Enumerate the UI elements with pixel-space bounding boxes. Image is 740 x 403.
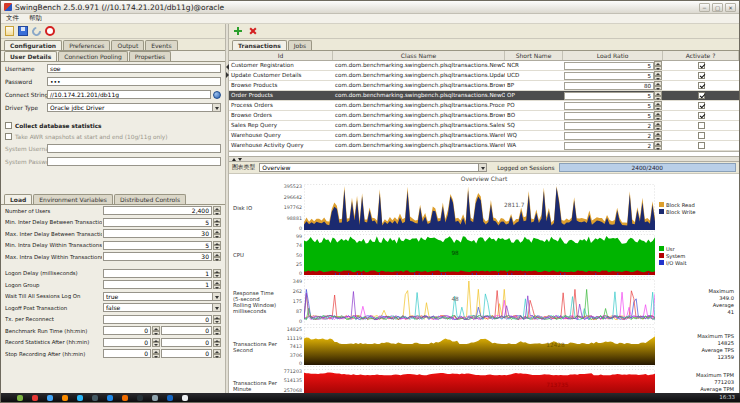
table-row[interactable]: Update Customer Detailscom.dom.benchmark… [229, 71, 739, 81]
table-row[interactable]: Warehouse Querycom.dom.benchmarking.swin… [229, 131, 739, 141]
load-ratio-input[interactable]: 5 [564, 62, 654, 70]
spinner-control[interactable] [654, 131, 662, 140]
column-header-load-ratio[interactable]: Load Ratio [563, 51, 663, 60]
table-row[interactable]: Warehouse Activity Querycom.dom.benchmar… [229, 141, 739, 151]
taskbar-app-icon[interactable] [77, 395, 83, 401]
spinner-control[interactable] [213, 338, 221, 347]
spinner-control[interactable] [213, 280, 221, 289]
activate-checkbox[interactable] [698, 92, 705, 99]
activate-checkbox[interactable] [698, 132, 705, 139]
save-config-icon[interactable] [18, 26, 28, 36]
min-intra-delay-within-transactions-ms-input[interactable]: 5 [103, 241, 212, 250]
menu-[interactable]: 文件 [6, 14, 19, 23]
spinner-down-icon[interactable] [654, 116, 662, 121]
spinner-control[interactable] [654, 101, 662, 110]
stop-benchmark-icon[interactable] [45, 26, 55, 36]
spinner-down-icon[interactable] [152, 354, 160, 359]
subtab-user-details[interactable]: User Details [4, 51, 57, 61]
taskbar-app-icon[interactable] [32, 395, 38, 401]
taskbar-app-icon[interactable] [17, 395, 23, 401]
spinner-down-icon[interactable] [213, 222, 221, 227]
load-ratio-input[interactable]: 5 [564, 72, 654, 80]
spinner-control[interactable] [213, 315, 221, 324]
activate-checkbox[interactable] [698, 62, 705, 69]
spinner-control[interactable] [213, 326, 221, 335]
table-row[interactable]: Browse Orderscom.dom.benchmarking.swingb… [229, 111, 739, 121]
taskbar-app-icon[interactable] [122, 395, 128, 401]
spinner-down-icon[interactable] [213, 354, 221, 359]
taskbar-app-icon[interactable] [137, 395, 143, 401]
splitter-collapse-down-icon[interactable] [238, 158, 242, 161]
spinner-down-icon[interactable] [213, 211, 221, 216]
loadtab-distributed-controls[interactable]: Distributed Controls [114, 194, 186, 204]
record-statistics-after-hh-min-hours-input[interactable]: 0 [103, 338, 151, 347]
activate-checkbox[interactable] [698, 142, 705, 149]
spinner-control[interactable] [213, 241, 221, 250]
spinner-down-icon[interactable] [654, 136, 662, 141]
spinner-down-icon[interactable] [654, 146, 662, 151]
spinner-control[interactable] [213, 206, 221, 215]
load-ratio-input[interactable]: 5 [564, 112, 654, 120]
spinner-down-icon[interactable] [654, 66, 662, 71]
system-username-input[interactable] [47, 144, 221, 153]
activate-checkbox[interactable] [698, 122, 705, 129]
spinner-control[interactable] [654, 91, 662, 100]
tab-jobs[interactable]: Jobs [288, 40, 312, 50]
password-input[interactable]: ••• [47, 77, 221, 86]
spinner-down-icon[interactable] [213, 319, 221, 324]
column-header-short-name[interactable]: Short Name [505, 51, 563, 60]
taskbar-app-icon[interactable] [47, 395, 53, 401]
chart-type-select[interactable]: Overview [259, 163, 487, 172]
tab-output[interactable]: Output [111, 40, 144, 50]
tab-configuration[interactable]: Configuration [4, 40, 62, 50]
spinner-control[interactable] [213, 229, 221, 238]
spinner-down-icon[interactable] [213, 234, 221, 239]
connect-string-input[interactable]: //10.174.21.201/db11g [47, 90, 211, 99]
spinner-down-icon[interactable] [654, 126, 662, 131]
username-input[interactable]: soe [47, 64, 221, 73]
load-ratio-input[interactable]: 5 [564, 92, 654, 100]
taskbar-app-icon[interactable] [167, 395, 173, 401]
logon-group-input[interactable]: 1 [103, 280, 212, 289]
spinner-control[interactable] [654, 61, 662, 70]
spinner-control[interactable] [654, 71, 662, 80]
spinner-control[interactable] [654, 141, 662, 150]
connection-globe-icon[interactable] [213, 91, 221, 99]
tab-events[interactable]: Events [145, 40, 177, 50]
spinner-down-icon[interactable] [152, 342, 160, 347]
spinner-control[interactable] [654, 81, 662, 90]
spinner-control[interactable] [654, 121, 662, 130]
system-password-input[interactable] [47, 157, 221, 166]
spinner-down-icon[interactable] [654, 76, 662, 81]
new-config-icon[interactable] [5, 26, 14, 36]
activate-checkbox[interactable] [698, 72, 705, 79]
activate-checkbox[interactable] [698, 102, 705, 109]
activate-checkbox[interactable] [698, 82, 705, 89]
spinner-control[interactable] [152, 349, 160, 358]
driver-type-select[interactable]: Oracle jdbc Driver [47, 103, 221, 112]
activate-checkbox[interactable] [698, 112, 705, 119]
taskbar-app-icon[interactable] [62, 395, 68, 401]
taskbar-app-icon[interactable] [152, 395, 158, 401]
column-header-class-name[interactable]: Class Name [333, 51, 505, 60]
taskbar-app-icon[interactable] [92, 395, 98, 401]
spinner-down-icon[interactable] [213, 245, 221, 250]
benchmark-run-time-hh-min-minutes-input[interactable]: 0 [161, 326, 212, 335]
awr-snapshot-checkbox[interactable] [5, 133, 12, 140]
taskbar-app-icon[interactable] [182, 395, 188, 401]
load-ratio-input[interactable]: 2 [564, 142, 654, 150]
subtab-properties[interactable]: Properties [129, 51, 171, 61]
remove-transaction-icon[interactable] [247, 26, 257, 36]
tab-transactions[interactable]: Transactions [232, 40, 287, 50]
benchmark-run-time-hh-min-hours-input[interactable]: 0 [103, 326, 151, 335]
load-ratio-input[interactable]: 5 [564, 102, 654, 110]
windows-taskbar[interactable]: 16:33 [1, 393, 740, 402]
max-intra-delay-within-transactions-ms-input[interactable]: 30 [103, 252, 212, 261]
load-ratio-input[interactable]: 80 [564, 82, 654, 90]
subtab-connection-pooling[interactable]: Connection Pooling [58, 51, 128, 61]
column-header-activate[interactable]: Activate ? [663, 51, 739, 60]
table-row[interactable]: Order Productscom.dom.benchmarking.swing… [229, 91, 739, 101]
minimize-button[interactable]: ─ [699, 3, 710, 12]
spinner-control[interactable] [213, 218, 221, 227]
load-ratio-input[interactable]: 2 [564, 132, 654, 140]
